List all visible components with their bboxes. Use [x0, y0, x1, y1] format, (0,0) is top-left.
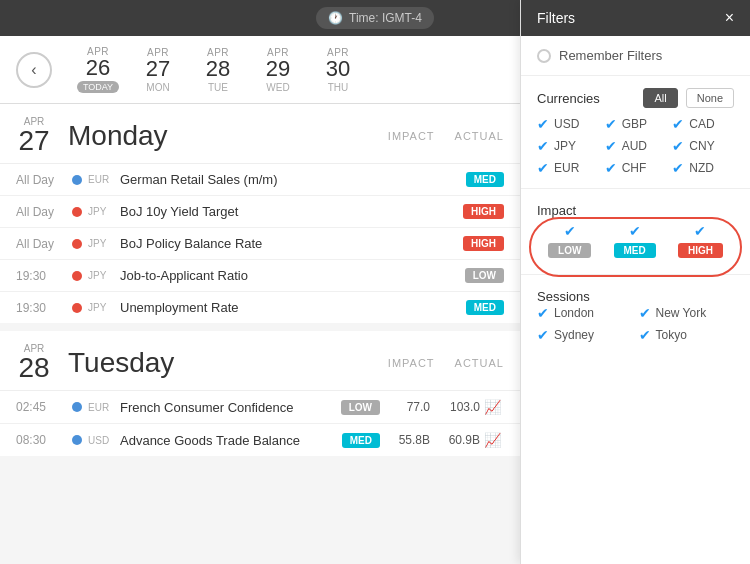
day-sub-4: THU [328, 82, 349, 93]
currency-label: CAD [689, 117, 714, 131]
monday-day-num: 27 [18, 127, 49, 155]
session-item-london[interactable]: ✔ London [537, 305, 633, 321]
monday-date: APR 27 [16, 116, 52, 155]
day-col-0[interactable]: APR 26 TODAY [68, 46, 128, 93]
event-name: French Consumer Confidence [120, 400, 341, 415]
tuesday-impact-col: IMPACT [388, 357, 435, 369]
nav-back-button[interactable]: ‹ [16, 52, 52, 88]
currency-item-chf[interactable]: ✔ CHF [605, 160, 667, 176]
session-item-newyork[interactable]: ✔ New York [639, 305, 735, 321]
currencies-none-button[interactable]: None [686, 104, 734, 108]
currency-item-jpy[interactable]: ✔ JPY [537, 138, 599, 154]
day-num-1: 27 [146, 58, 170, 80]
day-sub-2: TUE [208, 82, 228, 93]
day-sub-3: WED [266, 82, 289, 93]
currency-label: GBP [622, 117, 647, 131]
tuesday-section: APR 28 Tuesday IMPACT ACTUAL 02:45 EUR F… [0, 331, 520, 456]
impact-badge: HIGH [463, 236, 504, 251]
chart-icon[interactable]: 📈 [480, 432, 504, 448]
tuesday-dayname: Tuesday [68, 347, 174, 379]
currencies-row: Currencies All None [537, 104, 734, 108]
currency-item-cny[interactable]: ✔ CNY [672, 138, 734, 154]
currency-label: CHF [622, 161, 647, 175]
currency-label: AUD [622, 139, 647, 153]
event-row: 19:30 JPY Unemployment Rate MED [0, 292, 520, 323]
check-icon: ✔ [639, 305, 651, 321]
impact-title: Impact [537, 203, 576, 218]
currency-item-usd[interactable]: ✔ USD [537, 116, 599, 132]
check-icon: ✔ [605, 116, 617, 132]
currency-item-gbp[interactable]: ✔ GBP [605, 116, 667, 132]
event-row: 08:30 USD Advance Goods Trade Balance ME… [0, 424, 520, 456]
currency-grid: ✔ USD ✔ GBP ✔ CAD ✔ JPY ✔ AUD [537, 116, 734, 176]
impact-badge: LOW [341, 400, 380, 415]
check-icon: ✔ [605, 138, 617, 154]
event-dot [72, 271, 82, 281]
currency-item-nzd[interactable]: ✔ NZD [672, 160, 734, 176]
impact-badge: MED [466, 172, 504, 187]
event-currency: EUR [88, 402, 116, 413]
event-currency: JPY [88, 302, 116, 313]
event-dot [72, 435, 82, 445]
monday-actual-col: ACTUAL [455, 130, 504, 142]
event-row: All Day EUR German Retail Sales (m/m) ME… [0, 164, 520, 196]
check-icon: ✔ [537, 160, 549, 176]
currencies-all-button[interactable]: All [643, 104, 677, 108]
currency-label: EUR [554, 161, 579, 175]
impact-badge: HIGH [463, 204, 504, 219]
event-time: 02:45 [16, 400, 66, 414]
session-item-tokyo[interactable]: ✔ Tokyo [639, 327, 735, 343]
currency-item-aud[interactable]: ✔ AUD [605, 138, 667, 154]
time-label: Time: IGMT-4 [349, 11, 422, 25]
event-name: Advance Goods Trade Balance [120, 433, 342, 448]
check-icon: ✔ [672, 160, 684, 176]
impact-high-badge: HIGH [678, 243, 723, 258]
event-currency: JPY [88, 238, 116, 249]
event-row: All Day JPY BoJ Policy Balance Rate HIGH [0, 228, 520, 260]
monday-impact-col: IMPACT [388, 130, 435, 142]
session-label: New York [656, 306, 707, 320]
check-icon: ✔ [629, 223, 641, 239]
event-currency: USD [88, 435, 116, 446]
day-col-2[interactable]: APR 28 TUE [188, 47, 248, 93]
day-col-4[interactable]: APR 30 THU [308, 47, 368, 93]
event-currency: JPY [88, 270, 116, 281]
event-value: 77.0 [380, 400, 430, 414]
impact-item-med[interactable]: ✔ MED [614, 223, 656, 258]
event-dot [72, 239, 82, 249]
currency-label: NZD [689, 161, 714, 175]
check-icon: ✔ [537, 327, 549, 343]
day-num-3: 29 [266, 58, 290, 80]
event-dot [72, 175, 82, 185]
chart-icon[interactable]: 📈 [480, 399, 504, 415]
event-dot [72, 402, 82, 412]
day-col-1[interactable]: APR 27 MON [128, 47, 188, 93]
check-icon: ✔ [694, 223, 706, 239]
impact-item-high[interactable]: ✔ HIGH [678, 223, 723, 258]
impact-badge: LOW [465, 268, 504, 283]
event-time: All Day [16, 205, 66, 219]
currency-item-cad[interactable]: ✔ CAD [672, 116, 734, 132]
event-name: Unemployment Rate [120, 300, 466, 315]
clock-icon: 🕐 [328, 11, 343, 25]
event-currency: EUR [88, 174, 116, 185]
monday-header: APR 27 Monday IMPACT ACTUAL [0, 104, 520, 164]
event-value: 55.8B [380, 433, 430, 447]
impact-item-low[interactable]: ✔ LOW [548, 223, 591, 258]
day-col-3[interactable]: APR 29 WED [248, 47, 308, 93]
event-row: All Day JPY BoJ 10y Yield Target HIGH [0, 196, 520, 228]
impact-items: ✔ LOW ✔ MED ✔ HIGH [537, 219, 734, 262]
event-dot [72, 207, 82, 217]
impact-med-badge: MED [614, 243, 656, 258]
session-label: Tokyo [656, 328, 687, 342]
check-icon: ✔ [639, 327, 651, 343]
event-time: 19:30 [16, 269, 66, 283]
session-item-sydney[interactable]: ✔ Sydney [537, 327, 633, 343]
impact-low-badge: LOW [548, 243, 591, 258]
currency-item-eur[interactable]: ✔ EUR [537, 160, 599, 176]
day-num-0: 26 [86, 57, 110, 79]
sessions-section: Sessions ✔ London ✔ New York ✔ Sydney ✔ … [521, 275, 750, 355]
check-icon: ✔ [672, 138, 684, 154]
currencies-section: Currencies All None ✔ USD ✔ GBP ✔ CAD [521, 104, 750, 189]
check-icon: ✔ [672, 116, 684, 132]
